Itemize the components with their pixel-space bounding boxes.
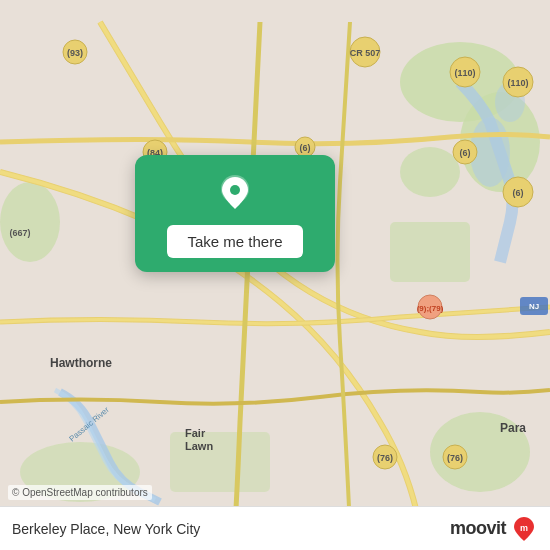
svg-text:m: m	[520, 523, 528, 533]
map-background: (93) (84) (667) CR 507 (110) (110) (6) (…	[0, 0, 550, 550]
svg-text:(76): (76)	[447, 453, 463, 463]
svg-text:(110): (110)	[454, 68, 475, 78]
map-attribution: © OpenStreetMap contributors	[8, 485, 152, 500]
svg-text:CR 507: CR 507	[350, 48, 381, 58]
svg-text:(110): (110)	[507, 78, 528, 88]
location-name: Berkeley Place, New York City	[12, 521, 200, 537]
attribution-text: © OpenStreetMap contributors	[12, 487, 148, 498]
moovit-wordmark: moovit	[450, 518, 506, 539]
svg-text:NJ: NJ	[529, 302, 539, 311]
svg-point-5	[0, 182, 60, 262]
svg-text:Hawthorne: Hawthorne	[50, 356, 112, 370]
popup-card: Take me there	[135, 155, 335, 272]
svg-text:(93): (93)	[67, 48, 83, 58]
take-me-there-button[interactable]: Take me there	[167, 225, 302, 258]
svg-text:Fair: Fair	[185, 427, 206, 439]
bottom-bar: Berkeley Place, New York City moovit m	[0, 506, 550, 550]
svg-text:(76): (76)	[377, 453, 393, 463]
svg-point-3	[400, 147, 460, 197]
moovit-logo: moovit m	[450, 515, 538, 543]
svg-text:(6): (6)	[513, 188, 524, 198]
svg-text:(9);(79): (9);(79)	[417, 304, 444, 313]
location-pin-icon	[213, 171, 257, 215]
svg-point-42	[230, 185, 240, 195]
svg-rect-4	[390, 222, 470, 282]
svg-text:Para: Para	[500, 421, 526, 435]
svg-text:Lawn: Lawn	[185, 440, 213, 452]
svg-text:(667): (667)	[9, 228, 30, 238]
svg-text:(6): (6)	[300, 143, 311, 153]
map-container: (93) (84) (667) CR 507 (110) (110) (6) (…	[0, 0, 550, 550]
svg-text:(6): (6)	[460, 148, 471, 158]
moovit-icon: m	[510, 515, 538, 543]
